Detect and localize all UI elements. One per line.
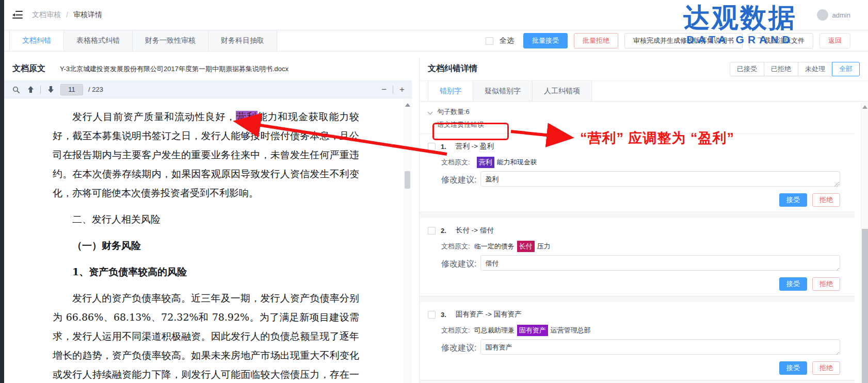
batch-accept-button[interactable]: 批量接受 — [523, 33, 568, 48]
tab-doc-correction[interactable]: 文档纠错 — [9, 30, 64, 51]
doc-highlight-yingli[interactable]: 营利 — [236, 111, 258, 122]
tab-suspected-typos[interactable]: 疑似错别字 — [473, 81, 533, 101]
accept-button[interactable]: 接受 — [779, 277, 807, 291]
tab-finance-consistency[interactable]: 财务一致性审核 — [133, 30, 208, 51]
user-box[interactable]: admin — [817, 9, 850, 21]
toolbar-divider — [40, 86, 41, 94]
document-panel: 文档原文 Y-3北京城建投资发展股份有限公司2017年度第一期中期票据募集说明书… — [4, 57, 412, 383]
suggestion-input[interactable]: 盈利 — [480, 171, 840, 187]
breadcrumb-root[interactable]: 文档审核 — [32, 10, 61, 20]
suggestion-label: 修改建议: — [441, 175, 476, 186]
tab-manual-corrections[interactable]: 人工纠错项 — [533, 81, 592, 101]
reject-button[interactable]: 拒绝 — [812, 361, 840, 375]
filter-all[interactable]: 全部 — [832, 62, 860, 76]
zoom-out-button[interactable]: − — [381, 85, 387, 94]
item-checkbox[interactable] — [428, 143, 436, 151]
correction-item-1: 1. 营利 -> 盈利 文档原文: 营利 能力和现金获 修改建议: 盈利 — [428, 134, 840, 207]
status-filter-group: 已接受 已拒绝 未处理 全部 — [730, 62, 860, 76]
correction-panel-header: 文档纠错详情 已接受 已拒绝 未处理 全部 — [420, 57, 868, 81]
correction-panel: 文档纠错详情 已接受 已拒绝 未处理 全部 错别字 疑似错别字 人工纠错项 句子… — [419, 57, 868, 383]
scroll-up-icon[interactable] — [405, 103, 410, 107]
item-number: 1. — [441, 143, 446, 151]
original-label: 文档原文: — [441, 242, 470, 251]
reject-button[interactable]: 拒绝 — [812, 193, 840, 207]
sentence-group-header[interactable]: 句子数量:6 — [428, 107, 840, 116]
zoom-divider — [393, 86, 393, 94]
tab-table-format[interactable]: 表格格式纠错 — [64, 30, 133, 51]
correction-tabs: 错别字 疑似错别字 人工纠错项 — [420, 81, 868, 102]
scroll-up-icon[interactable] — [862, 105, 867, 109]
document-panel-title: 文档原文 — [12, 63, 45, 74]
original-label: 文档原文: — [441, 326, 470, 335]
doc-heading-section: 二、发行人相关风险 — [53, 210, 359, 229]
chevron-down-icon[interactable] — [428, 109, 433, 114]
document-scrollbar[interactable] — [404, 99, 412, 383]
zoom-in-button[interactable]: + — [399, 85, 405, 94]
suggestion-input[interactable]: 偿付 — [480, 255, 840, 271]
doc-heading-sub: （一）财务风险 — [53, 236, 359, 255]
main-tabbar: 文档纠错 表格格式纠错 财务一致性审核 财务科目抽取 全选 批量接受 批量拒绝 … — [4, 30, 868, 52]
document-toolbar: / 223 − + — [4, 81, 412, 98]
finish-generate-button[interactable]: 审核完成并生成修改版募集说明书 — [624, 33, 743, 48]
collapse-menu-icon[interactable] — [12, 11, 23, 19]
original-post: 运营管理总部 — [551, 326, 591, 335]
item-divider — [420, 380, 855, 383]
item-divider — [420, 296, 855, 302]
zoom-controls: − + — [381, 85, 405, 94]
suggestion-label: 修改建议: — [441, 343, 476, 354]
original-pre: 临一定的债务 — [474, 242, 515, 251]
item-divider — [420, 212, 855, 218]
search-icon[interactable] — [11, 85, 21, 94]
batch-reject-button[interactable]: 批量拒绝 — [574, 33, 618, 48]
accept-button[interactable]: 接受 — [779, 193, 807, 207]
top-header: 文档审核 / 审核详情 admin — [4, 0, 868, 30]
page-total: / 223 — [88, 86, 103, 93]
select-all-checkbox[interactable] — [486, 37, 493, 45]
document-page: 发行人目前资产质量和流动性良好，营利能力和现金获取能力较好，截至本募集说明书签订… — [4, 99, 404, 383]
page-down-icon[interactable] — [46, 85, 55, 94]
breadcrumb-current: 审核详情 — [73, 10, 102, 20]
correction-scrollbar-thumb[interactable] — [862, 229, 868, 383]
user-avatar[interactable] — [817, 9, 828, 21]
page-number-input[interactable] — [60, 84, 83, 95]
tab-finance-subject[interactable]: 财务科目抽取 — [208, 30, 277, 51]
collapsed-sidebar — [0, 0, 4, 383]
document-panel-header: 文档原文 Y-3北京城建投资发展股份有限公司2017年度第一期中期票据募集说明书… — [4, 57, 412, 81]
original-label: 文档原文: — [441, 158, 470, 167]
original-highlight: 固有资产 — [517, 325, 548, 336]
filter-unhandled[interactable]: 未处理 — [798, 62, 832, 76]
page-up-icon[interactable] — [26, 85, 35, 94]
batch-toolbar: 全选 批量接受 批量拒绝 审核完成并生成修改版募集说明书 下载批注版文件 返回 — [486, 30, 850, 51]
correction-scrollbar[interactable] — [861, 102, 868, 383]
document-filename: Y-3北京城建投资发展股份有限公司2017年度第一期中期票据募集说明书.docx — [60, 64, 288, 74]
item-number: 2. — [441, 227, 446, 235]
breadcrumb-separator: / — [66, 11, 68, 19]
original-post: 压力 — [537, 242, 551, 251]
item-checkbox[interactable] — [428, 311, 436, 319]
original-highlight: 营利 — [477, 157, 494, 168]
app-window: 文档审核 / 审核详情 admin 文档纠错 表格格式纠错 财务一致性审核 财务… — [4, 0, 868, 383]
error-type-label: 语义连贯性错误 — [437, 120, 840, 129]
item-change-text: 营利 -> 盈利 — [452, 141, 498, 152]
content-panels: 文档原文 Y-3北京城建投资发展股份有限公司2017年度第一期中期票据募集说明书… — [4, 57, 868, 383]
item-change-text: 固有资产 -> 国有资产 — [452, 309, 526, 320]
select-all-label[interactable]: 全选 — [500, 36, 514, 45]
sentence-count: 句子数量:6 — [437, 107, 470, 116]
correction-panel-title: 文档纠错详情 — [428, 63, 477, 74]
reject-button[interactable]: 拒绝 — [812, 277, 840, 291]
download-annotated-button[interactable]: 下载批注版文件 — [749, 33, 813, 48]
filter-rejected[interactable]: 已拒绝 — [764, 62, 798, 76]
original-highlight: 长付 — [517, 241, 535, 252]
user-name: admin — [832, 11, 850, 19]
suggestion-input[interactable]: 国有资产 — [480, 339, 840, 355]
item-checkbox[interactable] — [428, 227, 436, 235]
accept-button[interactable]: 接受 — [779, 361, 807, 375]
back-button[interactable]: 返回 — [819, 33, 850, 48]
item-change-text: 长付 -> 偿付 — [452, 225, 498, 236]
doc-paragraph-2: 发行人的资产负债率较高。近三年及一期，发行人资产负债率分别为 66.86%、68… — [53, 289, 359, 383]
original-post: 能力和现金获 — [497, 158, 537, 167]
tab-typos[interactable]: 错别字 — [428, 81, 473, 101]
document-scrollbar-thumb[interactable] — [405, 171, 410, 189]
filter-accepted[interactable]: 已接受 — [730, 62, 764, 76]
item-number: 3. — [441, 311, 446, 319]
